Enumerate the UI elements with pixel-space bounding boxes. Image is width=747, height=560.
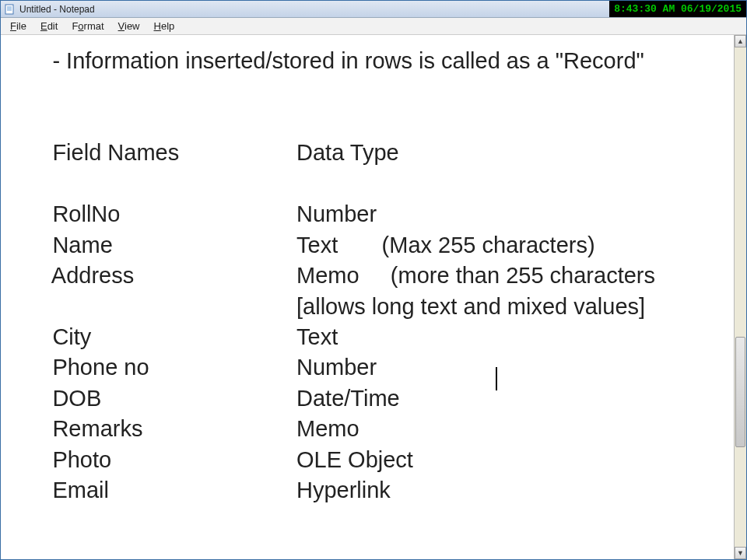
- field-name: Remarks: [9, 414, 296, 444]
- field-name: Address: [9, 261, 296, 291]
- scroll-up-button[interactable]: ▲: [735, 35, 746, 47]
- menu-edit[interactable]: Edit: [34, 19, 64, 33]
- data-type: Memo: [296, 416, 359, 441]
- data-type: [allows long text and mixed values]: [296, 294, 645, 319]
- data-type: Hyperlink: [296, 478, 391, 502]
- clock-overlay: 8:43:30 AM 06/19/2015: [609, 1, 746, 17]
- svg-rect-0: [5, 5, 13, 14]
- notepad-window: Untitled - Notepad 8:43:30 AM 06/19/2015…: [0, 0, 747, 560]
- scroll-down-button[interactable]: ▼: [735, 547, 746, 559]
- scroll-thumb[interactable]: [735, 337, 745, 446]
- menu-file[interactable]: File: [4, 19, 33, 33]
- text-cursor: [496, 367, 497, 390]
- client-area: - Information inserted/stored in rows is…: [1, 35, 746, 559]
- notepad-icon: [4, 3, 16, 16]
- header-type: Data Type: [296, 140, 399, 165]
- data-type: Number: [296, 201, 377, 226]
- menu-help[interactable]: Help: [148, 19, 181, 33]
- titlebar[interactable]: Untitled - Notepad 8:43:30 AM 06/19/2015: [1, 1, 746, 18]
- menu-format[interactable]: Format: [65, 19, 110, 33]
- menu-view[interactable]: View: [112, 19, 146, 33]
- header-field: Field Names: [9, 138, 296, 168]
- data-type: OLE Object: [296, 447, 413, 472]
- field-name: Phone no: [9, 352, 296, 383]
- window-title: Untitled - Notepad: [19, 4, 95, 15]
- field-name: Email: [9, 475, 296, 506]
- text-editor[interactable]: - Information inserted/stored in rows is…: [1, 35, 734, 559]
- field-name: RollNo: [9, 199, 296, 229]
- data-type: Text (Max 255 characters): [296, 233, 595, 257]
- data-type: Date/Time: [296, 386, 400, 411]
- text-line: - Information inserted/stored in rows is…: [9, 48, 644, 73]
- vertical-scrollbar[interactable]: ▲ ▼: [734, 35, 746, 559]
- field-name: DOB: [9, 383, 296, 414]
- data-type: Memo (more than 255 characters: [296, 263, 655, 288]
- field-name: City: [9, 322, 296, 352]
- field-name: Photo: [9, 445, 296, 475]
- scroll-track[interactable]: [735, 47, 746, 547]
- field-name: Name: [9, 230, 296, 261]
- data-type: Number: [296, 355, 377, 380]
- menubar: File Edit Format View Help: [1, 18, 746, 35]
- data-type: Text: [296, 324, 338, 349]
